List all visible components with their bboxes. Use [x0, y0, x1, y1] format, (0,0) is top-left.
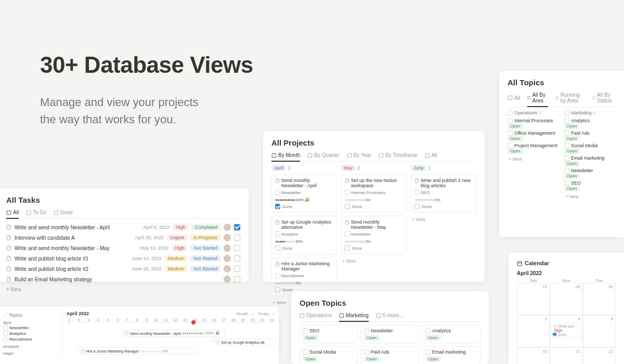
open-topic-item[interactable]: Paid AdsOpen	[361, 346, 419, 364]
open-topic-item[interactable]: AnalyticsOpen	[422, 325, 480, 343]
tasks-tab-to-do[interactable]: To Do	[26, 210, 46, 215]
project-card[interactable]: Set up the new Notion workspaceInternal …	[341, 174, 407, 213]
task-checkbox[interactable]	[234, 266, 240, 272]
timeline-day: 15	[200, 318, 210, 322]
topic-item[interactable]: NewsletterOpen	[564, 168, 616, 178]
svg-rect-2	[55, 211, 59, 215]
topic-add-button[interactable]: + New	[564, 193, 616, 200]
project-done-checkbox[interactable]	[275, 287, 280, 292]
all-tasks-new-button[interactable]: + New	[6, 287, 240, 292]
projects-tab-by-quarter[interactable]: By Quarter	[307, 152, 339, 158]
open-topic-item[interactable]: SEOOpen	[300, 325, 358, 343]
open-topic-item[interactable]: NewsletterOpen	[361, 325, 419, 343]
project-card[interactable]: Hire a Junior Marketing ManagerRecruitme…	[271, 257, 337, 296]
task-checkbox[interactable]	[234, 245, 240, 251]
timeline-next-button[interactable]: ›	[273, 311, 275, 316]
calendar-event[interactable]: 📄 Write and send...HighDone	[551, 323, 581, 338]
svg-rect-0	[7, 211, 11, 215]
topic-item[interactable]: Office ManagementOpen	[508, 131, 559, 141]
calendar-cell[interactable]: 4📄 Write and send...HighDone	[550, 315, 582, 347]
document-icon	[345, 178, 349, 183]
open-topic-item[interactable]: Email marketingOpen	[422, 346, 480, 364]
calendar-cell[interactable]: 5	[583, 315, 616, 347]
task-row[interactable]: Write and publish blog article #2June 25…	[6, 264, 240, 274]
task-row[interactable]: Build an Email Marketing strategy	[6, 274, 240, 284]
calendar-cell[interactable]: 10	[517, 347, 550, 364]
topics-tab-running-by-area[interactable]: Running by Area	[555, 92, 584, 103]
topic-item[interactable]: Email marketingOpen	[564, 155, 616, 166]
topic-item[interactable]: SEOOpen	[564, 180, 616, 191]
timeline-bar[interactable]: 📄 Send monthly Newsletter - April ●●●●●●…	[122, 330, 225, 337]
timeline-scale-button[interactable]: Month	[237, 311, 248, 316]
topics-tab-all-by-area[interactable]: All By Area	[527, 92, 548, 107]
open-topics-tab[interactable]: 5 more...	[376, 313, 403, 318]
project-done-checkbox[interactable]	[275, 204, 280, 209]
topic-item[interactable]: Social MediaOpen	[564, 143, 616, 153]
topics-tab-all-by-status[interactable]: All By Status	[592, 92, 616, 103]
hero-sub-line1: Manage and view your projects	[40, 96, 199, 109]
calendar-cell[interactable]: 29	[583, 283, 616, 315]
task-date: May 13, 2022	[135, 245, 168, 251]
project-card[interactable]: Send monthly Newsletter - MayNewsletter○…	[341, 216, 407, 254]
svg-rect-4	[308, 153, 313, 158]
task-row[interactable]: Write and send monthly Newsletter - Apri…	[6, 222, 240, 232]
topic-status: Open	[564, 186, 580, 191]
topic-item[interactable]: Internal ProcessesOpen	[508, 118, 559, 128]
project-add-button[interactable]: + New	[341, 257, 407, 265]
timeline-topics-header[interactable]: Topics	[0, 311, 62, 319]
timeline-chart[interactable]: April 2022 Month ‹ Today › 1234567891011…	[62, 311, 279, 357]
open-topics-tab[interactable]: Operations	[300, 313, 332, 318]
project-done-checkbox[interactable]	[345, 204, 350, 209]
project-card-progress: ○○○○○○○○○○ 0%	[345, 198, 403, 202]
document-icon	[275, 262, 280, 266]
open-topic-item[interactable]: Social MediaOpen	[300, 346, 358, 364]
calendar-cell[interactable]: 3	[517, 315, 550, 347]
timeline-today-button[interactable]: Today	[258, 311, 269, 316]
calendar-cell[interactable]: 28	[550, 283, 582, 315]
timeline-day: 10	[151, 318, 161, 322]
project-card[interactable]: Send monthly Newsletter - AprilNewslette…	[271, 174, 337, 213]
projects-tab-by-month[interactable]: By Month	[271, 152, 300, 162]
task-row[interactable]: Interview with candidate AApril 20, 2022…	[6, 232, 240, 243]
project-done-checkbox[interactable]	[345, 245, 350, 251]
timeline-group-item[interactable]: Recruitment	[3, 336, 59, 342]
project-add-button[interactable]: + New	[411, 216, 476, 223]
timeline-bar[interactable]: 📄 Set up Google Analytics alt	[213, 339, 276, 346]
task-checkbox[interactable]	[234, 255, 240, 262]
open-topics-title: Open Topics	[300, 298, 480, 307]
task-checkbox[interactable]	[234, 276, 240, 282]
calendar-cell[interactable]: 11	[550, 347, 582, 364]
task-checkbox[interactable]	[234, 235, 240, 241]
projects-tab-all[interactable]: All	[425, 152, 437, 158]
svg-rect-9	[528, 97, 530, 99]
project-card-tag: Internal Processes	[345, 190, 385, 195]
project-done-checkbox[interactable]	[414, 204, 420, 209]
task-name: Write and send monthly Newsletter - May	[15, 245, 132, 251]
topic-item[interactable]: Project ManagementOpen	[508, 143, 559, 153]
tasks-tab-done[interactable]: Done	[54, 210, 73, 215]
project-done-checkbox[interactable]	[275, 245, 280, 251]
projects-tab-by-timeframe[interactable]: By Timeframe	[379, 152, 418, 158]
project-card[interactable]: Set up Google Analytics alternativeAnaly…	[271, 216, 337, 254]
timeline-group-item[interactable]: Newsletter	[3, 325, 59, 331]
task-row[interactable]: Write and publish blog article #1June 14…	[6, 253, 240, 264]
topic-add-button[interactable]: + New	[508, 155, 559, 163]
open-topics-tab[interactable]: Marketing	[339, 313, 369, 322]
topic-item[interactable]: Paid AdsOpen	[564, 131, 616, 141]
calendar-cell[interactable]: 12	[583, 347, 616, 364]
topics-tab-all[interactable]: All	[508, 92, 520, 103]
view-icon	[54, 210, 59, 215]
project-card[interactable]: Write and publish 2 new blog articlesSEO…	[411, 174, 476, 213]
timeline-group-item[interactable]: Analytics	[3, 331, 59, 336]
topic-item[interactable]: AnalyticsOpen	[564, 118, 616, 128]
project-card-title: Set up Google Analytics alternative	[281, 219, 333, 230]
projects-tab-by-year[interactable]: By Year	[347, 152, 371, 158]
task-checkbox[interactable]	[234, 224, 240, 230]
tasks-tab-all[interactable]: All	[6, 210, 19, 219]
timeline-prev-button[interactable]: ‹	[252, 311, 254, 316]
task-row[interactable]: Write and send monthly Newsletter - MayM…	[6, 243, 240, 253]
timeline-bar[interactable]: 📄 Hire a Junior Marketing Manager ○○○○○○…	[78, 347, 198, 355]
project-card-progress: ●●●●●○○○○○ 50%	[275, 239, 333, 244]
timeline-day: 20	[248, 318, 257, 322]
calendar-cell[interactable]: 27	[517, 283, 550, 315]
